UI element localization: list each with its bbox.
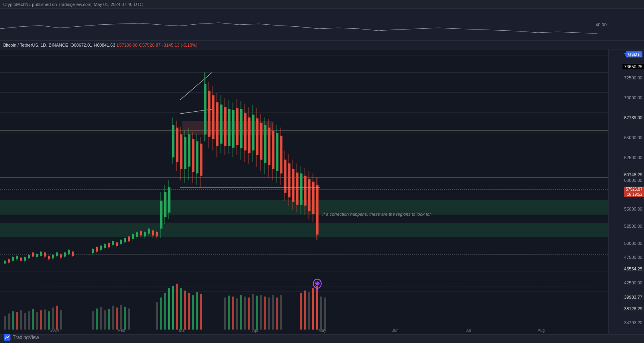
svg-rect-118 (132, 234, 134, 239)
price-70000: 70000.00 (624, 95, 644, 100)
svg-rect-170 (236, 108, 239, 145)
svg-rect-36 (192, 295, 194, 329)
svg-rect-66 (12, 257, 14, 261)
svg-rect-112 (120, 240, 122, 244)
svg-rect-52 (276, 298, 278, 330)
svg-rect-32 (176, 284, 178, 329)
svg-rect-25 (124, 307, 126, 330)
svg-rect-160 (216, 102, 218, 146)
svg-rect-46 (252, 294, 254, 330)
symbol-text: Bitcoin / TetherUS, 1D, BINANCE (3, 43, 68, 47)
svg-rect-162 (220, 104, 223, 144)
time-label-jun: Jun (392, 328, 398, 333)
svg-rect-12 (44, 309, 46, 330)
svg-rect-64 (8, 259, 10, 262)
price-axis: USDT 75000.00 73650.25 72500.00 70000.00… (608, 49, 644, 334)
price-47500: 47500.00 (624, 255, 644, 260)
svg-rect-40 (228, 296, 230, 329)
svg-rect-30 (168, 288, 170, 330)
svg-rect-190 (276, 133, 278, 172)
svg-rect-156 (208, 91, 210, 137)
main-chart[interactable]: If a correction happens, these are the r… (0, 49, 608, 334)
svg-rect-174 (244, 113, 247, 150)
svg-rect-80 (40, 252, 42, 256)
svg-rect-33 (180, 288, 182, 330)
svg-rect-18 (96, 309, 98, 330)
svg-rect-60 (324, 298, 326, 330)
top-bar: CryptoMichNL published on TradingView.co… (0, 0, 644, 9)
svg-rect-130 (156, 232, 158, 237)
price-55000: 55000.00 (624, 207, 644, 211)
svg-rect-166 (228, 109, 231, 146)
svg-rect-198 (292, 169, 294, 202)
svg-rect-43 (240, 295, 242, 329)
svg-rect-17 (92, 311, 94, 329)
time-label-2024: 2024 (50, 328, 59, 333)
svg-rect-98 (92, 249, 94, 253)
price-72500: 72500.00 (624, 75, 644, 80)
svg-rect-5 (16, 312, 18, 330)
svg-rect-172 (240, 109, 243, 148)
svg-rect-106 (108, 243, 110, 247)
svg-rect-49 (264, 297, 266, 330)
svg-rect-138 (172, 125, 174, 158)
svg-rect-88 (56, 252, 58, 256)
svg-rect-58 (316, 286, 318, 329)
svg-rect-148 (192, 139, 194, 172)
price-38126: 38126.29 (622, 306, 644, 311)
svg-rect-124 (144, 232, 146, 237)
svg-rect-188 (272, 131, 274, 169)
svg-rect-9 (32, 309, 34, 330)
svg-rect-68 (16, 256, 18, 259)
svg-rect-114 (124, 238, 126, 242)
svg-rect-45 (248, 298, 250, 330)
svg-rect-14 (52, 308, 54, 329)
chart-container: CryptoMichNL published on TradingView.co… (0, 0, 644, 343)
svg-rect-6 (20, 310, 22, 329)
ohlc-change: -3145.13 (-5.18%) (162, 43, 198, 47)
svg-rect-29 (164, 293, 166, 329)
svg-rect-152 (200, 144, 202, 176)
svg-rect-47 (256, 296, 258, 329)
tradingview-icon (3, 333, 11, 341)
price-65000: 65000.00 (624, 135, 644, 140)
svg-rect-57 (312, 288, 314, 330)
svg-rect-204 (304, 176, 307, 206)
mini-chart: 40.00 (0, 9, 644, 41)
svg-rect-28 (160, 298, 162, 330)
svg-rect-20 (104, 310, 106, 329)
svg-rect-38 (200, 294, 202, 330)
top-bar-text: CryptoMichNL published on TradingView.co… (3, 2, 143, 7)
svg-rect-176 (248, 117, 251, 153)
ohlc-high: H60841.63 (94, 43, 115, 47)
svg-rect-13 (48, 311, 50, 329)
symbol-info: Bitcoin / TetherUS, 1D, BINANCE O60672.0… (0, 41, 644, 49)
time-label-mar: Mar (179, 328, 186, 333)
price-57526-time: 16:19:52 (624, 192, 644, 197)
svg-rect-168 (232, 110, 235, 148)
svg-rect-2 (4, 316, 6, 330)
price-45554: 45554.25 (622, 266, 644, 272)
svg-rect-126 (148, 229, 150, 234)
svg-rect-132 (160, 201, 162, 229)
svg-rect-150 (196, 141, 198, 173)
svg-rect-184 (264, 125, 266, 163)
svg-rect-23 (116, 308, 118, 329)
svg-rect-8 (28, 311, 30, 329)
svg-rect-144 (184, 137, 186, 169)
svg-rect-94 (68, 250, 70, 254)
svg-rect-140 (176, 128, 178, 162)
svg-rect-196 (288, 164, 290, 197)
svg-rect-24 (120, 305, 122, 329)
svg-rect-3 (8, 313, 10, 329)
svg-rect-11 (40, 310, 42, 329)
price-60748: 60748.29 (622, 172, 644, 177)
tv-logo[interactable]: TradingView (3, 333, 39, 341)
svg-rect-74 (28, 255, 30, 258)
svg-rect-154 (204, 84, 206, 134)
svg-rect-62 (4, 261, 6, 264)
svg-rect-180 (256, 118, 258, 155)
svg-rect-50 (268, 298, 270, 330)
svg-rect-27 (156, 302, 158, 329)
svg-rect-42 (236, 298, 238, 329)
